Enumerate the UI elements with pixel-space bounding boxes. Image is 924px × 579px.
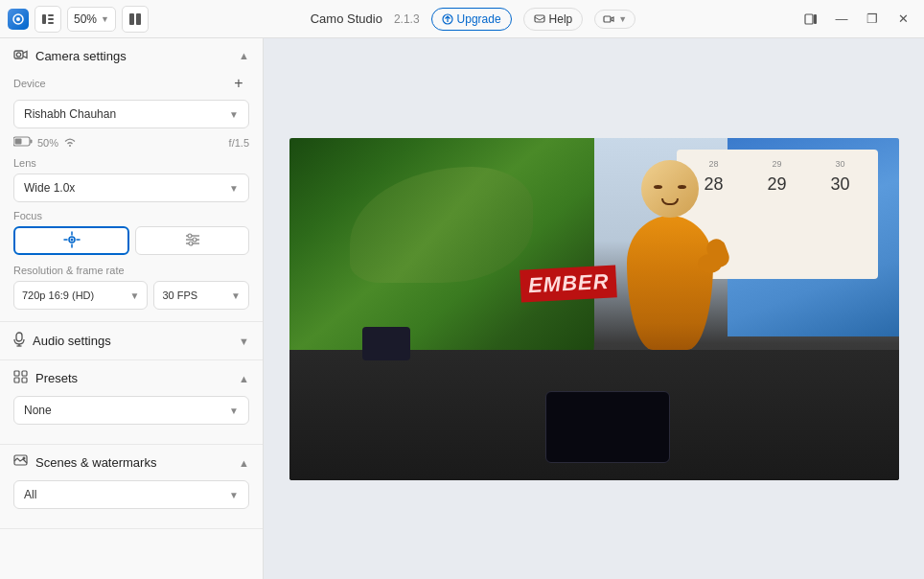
focus-manual-button[interactable] xyxy=(135,226,249,255)
scenes-dropdown-arrow-icon: ▼ xyxy=(229,490,239,500)
svg-rect-32 xyxy=(22,378,27,382)
scenes-icon xyxy=(13,454,28,471)
scenes-content: All ▼ xyxy=(0,480,263,528)
zoom-chevron-icon: ▼ xyxy=(101,14,109,24)
close-button[interactable]: ✕ xyxy=(889,6,916,33)
audio-settings-header[interactable]: Audio settings ▼ xyxy=(0,322,263,359)
main-layout: Camera settings ▲ Device + Rishabh Chauh… xyxy=(0,38,924,579)
device-dropdown-arrow-icon: ▼ xyxy=(229,109,239,120)
resolution-dropdown[interactable]: 720p 16:9 (HD) ▼ xyxy=(13,281,148,310)
zoom-control[interactable]: 50% ▼ xyxy=(67,7,116,32)
presets-section: Presets ▲ None ▼ xyxy=(0,360,263,445)
scenes-section: Scenes & watermarks ▲ All ▼ xyxy=(0,445,263,529)
svg-rect-31 xyxy=(14,378,19,382)
upgrade-label: Upgrade xyxy=(457,12,501,26)
svg-rect-10 xyxy=(604,16,611,22)
svg-rect-12 xyxy=(814,14,817,24)
fps-dropdown[interactable]: 30 FPS ▼ xyxy=(153,281,249,310)
svg-point-23 xyxy=(188,234,192,238)
focus-auto-icon xyxy=(63,231,81,251)
upgrade-button[interactable]: Upgrade xyxy=(431,8,512,31)
svg-point-1 xyxy=(16,17,20,21)
svg-point-19 xyxy=(70,238,73,241)
sidebar-right-toggle-button[interactable] xyxy=(797,6,824,33)
presets-chevron-icon: ▲ xyxy=(239,373,249,384)
svg-rect-3 xyxy=(48,14,54,16)
status-row: 50% f/1.5 xyxy=(13,136,249,150)
lens-label: Lens xyxy=(13,157,249,169)
maximize-button[interactable]: ❐ xyxy=(859,6,886,33)
camera-device-button[interactable]: ▼ xyxy=(594,10,635,29)
resolution-dropdown-arrow-icon: ▼ xyxy=(130,290,140,301)
resolution-value: 720p 16:9 (HD) xyxy=(22,290,94,301)
device-label: Device xyxy=(13,78,46,89)
svg-rect-30 xyxy=(22,371,27,376)
camera-settings-header[interactable]: Camera settings ▲ xyxy=(0,38,263,73)
audio-settings-section: Audio settings ▼ xyxy=(0,322,263,360)
fps-value: 30 FPS xyxy=(162,290,197,301)
resolution-label: Resolution & frame rate xyxy=(13,265,249,276)
help-button[interactable]: Help xyxy=(523,8,584,31)
svg-rect-9 xyxy=(535,15,544,22)
presets-header-left: Presets xyxy=(13,370,78,386)
camera-settings-label: Camera settings xyxy=(35,49,127,63)
svg-point-25 xyxy=(189,242,193,245)
camera-settings-chevron-icon: ▲ xyxy=(239,50,249,61)
microphone-icon xyxy=(13,332,25,350)
titlebar-center: Camo Studio 2.1.3 Upgrade Help ▼ xyxy=(152,8,794,31)
camera-settings-header-left: Camera settings xyxy=(13,48,127,63)
lens-value: Wide 1.0x xyxy=(24,181,75,195)
layout-toggle-button[interactable] xyxy=(122,6,149,33)
minimize-button[interactable]: — xyxy=(828,6,855,33)
presets-value: None xyxy=(24,404,52,417)
add-device-button[interactable]: + xyxy=(228,73,249,94)
titlebar-right: — ❐ ✕ xyxy=(797,6,916,33)
camera-settings-content: Device + Rishabh Chauhan ▼ xyxy=(0,73,263,321)
battery-icon xyxy=(13,136,33,150)
app-icon xyxy=(8,9,29,30)
svg-rect-2 xyxy=(42,14,46,24)
scenes-dropdown[interactable]: All ▼ xyxy=(13,480,249,509)
svg-rect-5 xyxy=(48,22,54,24)
app-title: Camo Studio xyxy=(311,12,382,26)
resolution-row: 720p 16:9 (HD) ▼ 30 FPS ▼ xyxy=(13,281,249,310)
sidebar: Camera settings ▲ Device + Rishabh Chauh… xyxy=(0,38,264,579)
camera-preview: 28 29 30 28 29 30 EMBER xyxy=(264,38,924,579)
svg-rect-26 xyxy=(16,333,22,341)
zoom-value: 50% xyxy=(74,12,97,26)
audio-settings-header-left: Audio settings xyxy=(13,332,111,350)
app-version: 2.1.3 xyxy=(394,12,420,26)
titlebar-left: 50% ▼ xyxy=(8,6,149,33)
focus-auto-button[interactable] xyxy=(13,226,129,255)
device-dropdown[interactable]: Rishabh Chauhan ▼ xyxy=(13,100,249,128)
battery-pct: 50% xyxy=(37,137,58,149)
scenes-header[interactable]: Scenes & watermarks ▲ xyxy=(0,445,263,480)
scenes-value: All xyxy=(24,488,36,501)
presets-content: None ▼ xyxy=(0,396,263,444)
svg-rect-4 xyxy=(48,18,54,20)
presets-header[interactable]: Presets ▲ xyxy=(0,360,263,396)
focus-label: Focus xyxy=(13,210,249,221)
status-left: 50% xyxy=(13,136,77,150)
svg-rect-16 xyxy=(31,140,33,144)
svg-point-24 xyxy=(193,238,196,242)
svg-rect-17 xyxy=(15,139,22,145)
presets-dropdown[interactable]: None ▼ xyxy=(13,396,249,425)
sidebar-toggle-button[interactable] xyxy=(35,6,61,33)
fps-dropdown-arrow-icon: ▼ xyxy=(231,290,241,301)
presets-icon xyxy=(13,370,28,386)
focus-sliders-icon xyxy=(184,231,201,251)
lens-dropdown[interactable]: Wide 1.0x ▼ xyxy=(13,174,249,202)
scenes-label: Scenes & watermarks xyxy=(35,455,156,470)
scenes-chevron-icon: ▲ xyxy=(239,457,249,469)
focus-row xyxy=(13,226,249,255)
svg-point-34 xyxy=(23,457,26,460)
svg-rect-29 xyxy=(14,371,19,376)
svg-rect-6 xyxy=(129,13,134,25)
camera-icon xyxy=(13,48,28,63)
preview-image: 28 29 30 28 29 30 EMBER xyxy=(289,138,899,480)
aperture-value: f/1.5 xyxy=(229,137,249,149)
lens-dropdown-arrow-icon: ▼ xyxy=(229,183,239,194)
svg-point-14 xyxy=(16,53,20,57)
scene-background: 28 29 30 28 29 30 EMBER xyxy=(289,138,899,480)
